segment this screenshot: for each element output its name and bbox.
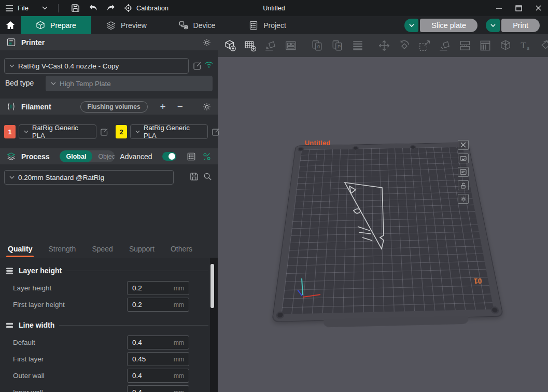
lock-plate-icon[interactable]: [458, 180, 469, 190]
tab-speed[interactable]: Speed: [92, 245, 113, 253]
tab-project[interactable]: Project: [232, 16, 303, 34]
main-tab-bar: Prepare Preview Device Project Slice pla…: [0, 16, 548, 34]
compare-presets-icon[interactable]: [202, 152, 212, 161]
param-label: Inner wall: [13, 388, 43, 392]
device-icon: [179, 21, 188, 30]
split-to-parts-icon[interactable]: P: [331, 39, 344, 52]
save-preset-icon[interactable]: [190, 172, 199, 181]
process-preset-select[interactable]: 0.20mm Standard @RatRig: [4, 170, 174, 185]
first-layer-height-input[interactable]: [132, 301, 174, 309]
printer-preset-select[interactable]: RatRig V-Cast 0.4 nozzle - Copy: [4, 58, 189, 74]
add-plate-icon[interactable]: [244, 39, 257, 52]
scope-objects-button[interactable]: Objects: [92, 150, 115, 162]
filament-2-value: RatRig Generic PLA: [144, 124, 203, 139]
flushing-volumes-button[interactable]: Flushing volumes: [80, 101, 148, 113]
close-icon[interactable]: [528, 0, 548, 16]
plate-settings-icon[interactable]: [458, 153, 469, 163]
tab-others[interactable]: Others: [171, 245, 192, 253]
calibration-button[interactable]: Calibration: [124, 4, 168, 12]
edit-filament-1-icon[interactable]: [100, 128, 108, 136]
titlebar-divider: [58, 4, 59, 12]
move-icon[interactable]: [378, 39, 390, 52]
advanced-label: Advanced: [120, 152, 152, 161]
param-label: Default: [13, 339, 35, 346]
support-paint-icon[interactable]: [479, 39, 491, 52]
redo-icon[interactable]: [102, 0, 120, 16]
model-wireframe[interactable]: [338, 177, 400, 258]
edit-printer-icon[interactable]: [192, 61, 202, 71]
rotate-icon[interactable]: [398, 39, 411, 52]
print-options-button[interactable]: [486, 19, 500, 32]
search-icon[interactable]: [203, 172, 212, 181]
param-input-box: mm: [127, 281, 189, 295]
add-object-icon[interactable]: [224, 39, 236, 52]
tab-strength[interactable]: Strength: [48, 245, 76, 253]
split-to-objects-icon[interactable]: 0: [311, 39, 324, 52]
filament-gear-icon[interactable]: [202, 102, 212, 111]
slice-options-button[interactable]: [404, 19, 418, 32]
svg-text:T: T: [521, 40, 526, 50]
params-scrollbar-track[interactable]: [210, 258, 218, 392]
parameters-panel: Layer height Layer height mm First layer…: [0, 258, 218, 392]
param-row: Default mm: [0, 335, 218, 349]
minimize-icon[interactable]: [489, 0, 509, 16]
params-scrollbar-thumb[interactable]: [210, 264, 214, 308]
add-filament-button[interactable]: +: [160, 102, 166, 111]
scope-global-button[interactable]: Global: [60, 150, 92, 162]
layer-height-icon: [5, 267, 14, 275]
line-width-outer-wall-input[interactable]: [132, 372, 174, 380]
tab-support[interactable]: Support: [129, 245, 154, 253]
variable-layer-height-icon[interactable]: [352, 39, 364, 52]
close-plate-icon[interactable]: [458, 140, 469, 150]
unit-label: mm: [174, 356, 184, 363]
arrange-icon[interactable]: [285, 39, 297, 52]
tab-device-label: Device: [193, 21, 216, 30]
filament-2-badge[interactable]: 2: [116, 125, 127, 138]
arrange-plate-icon[interactable]: [458, 167, 469, 177]
param-row: First layer height mm: [0, 298, 218, 312]
home-button[interactable]: [0, 16, 21, 34]
tab-quality[interactable]: Quality: [8, 245, 32, 253]
file-menu[interactable]: File: [5, 4, 29, 12]
color-paint-icon[interactable]: [540, 39, 548, 52]
tab-preview[interactable]: Preview: [91, 16, 162, 34]
edit-filament-2-icon[interactable]: [211, 128, 220, 136]
tab-prepare[interactable]: Prepare: [21, 16, 91, 34]
lay-flat-icon[interactable]: [439, 39, 451, 52]
filament-1-badge[interactable]: 1: [4, 125, 16, 138]
slice-plate-button[interactable]: Slice plate: [420, 19, 477, 32]
scale-icon[interactable]: [418, 39, 431, 52]
text-icon[interactable]: Ta: [519, 39, 532, 52]
print-button[interactable]: Print: [501, 19, 540, 32]
3d-viewport[interactable]: Untitled 01: [218, 57, 548, 392]
parameter-table-icon[interactable]: [187, 152, 196, 161]
line-width-first-layer-input[interactable]: [132, 355, 174, 363]
plate-screw: [410, 145, 416, 149]
svg-text:P: P: [338, 44, 341, 49]
maximize-icon[interactable]: [509, 0, 528, 16]
param-input-box: mm: [127, 335, 189, 349]
filament-2-select[interactable]: RatRig Generic PLA: [130, 124, 208, 139]
wifi-icon[interactable]: [204, 61, 214, 68]
tab-device[interactable]: Device: [162, 16, 232, 34]
scope-toggle: Global Objects: [60, 150, 115, 162]
cut-icon[interactable]: [499, 39, 512, 52]
print-group: Print: [486, 19, 540, 32]
line-width-inner-wall-input[interactable]: [132, 388, 174, 392]
build-plate-handle: [324, 316, 469, 327]
gear-plate-icon[interactable]: [458, 194, 469, 204]
undo-icon[interactable]: [85, 0, 102, 16]
chevron-down-icon[interactable]: [42, 6, 48, 10]
printer-icon: [6, 37, 16, 47]
line-width-default-input[interactable]: [132, 339, 174, 346]
bed-type-select[interactable]: High Temp Plate: [46, 76, 213, 91]
bed-type-value: High Temp Plate: [60, 80, 111, 88]
save-icon[interactable]: [67, 0, 85, 16]
remove-filament-button[interactable]: −: [177, 102, 183, 111]
split-icon[interactable]: [459, 39, 471, 52]
layer-height-input[interactable]: [132, 284, 174, 292]
auto-orient-icon[interactable]: [264, 39, 277, 52]
advanced-toggle[interactable]: [162, 152, 176, 161]
printer-gear-icon[interactable]: [202, 38, 212, 47]
filament-1-select[interactable]: RatRig Generic PLA: [19, 124, 96, 139]
